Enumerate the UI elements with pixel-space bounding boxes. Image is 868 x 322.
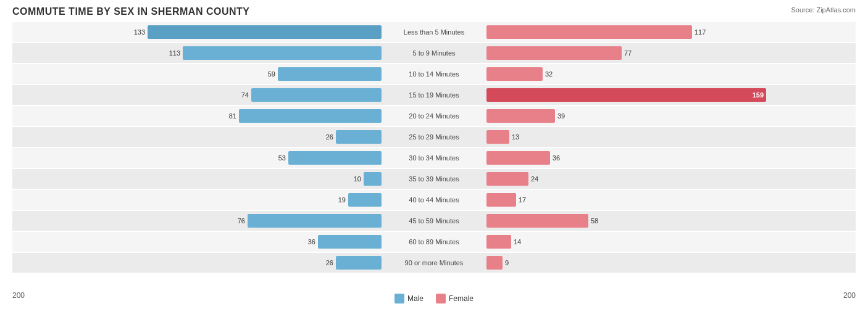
row-label: Less than 5 Minutes	[382, 28, 486, 36]
female-bar	[486, 109, 555, 123]
right-bar-area: 9	[486, 253, 856, 273]
table-row: 2690 or more Minutes9	[12, 253, 856, 273]
right-bar-area: 39	[486, 106, 856, 126]
male-value: 81	[222, 112, 236, 120]
legend-female: Female	[436, 294, 474, 303]
row-label: 60 to 89 Minutes	[382, 238, 486, 246]
male-bar	[248, 214, 382, 228]
source-label: Source: ZipAtlas.com	[791, 6, 856, 14]
legend: Male Female	[394, 294, 474, 303]
axis-left: 200	[12, 291, 25, 303]
row-label: 10 to 14 Minutes	[382, 70, 486, 78]
table-row: 1035 to 39 Minutes24	[12, 169, 856, 189]
left-bar-area: 76	[12, 211, 382, 231]
right-bar-area: 77	[486, 43, 856, 63]
table-row: 1940 to 44 Minutes17	[12, 190, 856, 210]
row-label: 20 to 24 Minutes	[382, 112, 486, 120]
female-bar	[486, 193, 516, 207]
female-bar	[486, 67, 543, 81]
right-bar-area: 159	[486, 85, 856, 105]
left-bar-area: 26	[12, 253, 382, 273]
female-bar	[486, 235, 511, 249]
right-bar-area: 17	[486, 190, 856, 210]
male-bar	[336, 256, 382, 270]
male-value: 133	[130, 28, 145, 36]
male-bar	[251, 88, 382, 102]
legend-female-color	[436, 294, 446, 303]
table-row: 2625 to 29 Minutes13	[12, 127, 856, 147]
table-row: 133Less than 5 Minutes117	[12, 22, 856, 42]
right-bar-area: 117	[486, 22, 856, 42]
row-label: 35 to 39 Minutes	[382, 175, 486, 183]
row-label: 15 to 19 Minutes	[382, 91, 486, 99]
male-bar	[148, 25, 382, 39]
left-bar-area: 53	[12, 148, 382, 168]
table-row: 5910 to 14 Minutes32	[12, 64, 856, 84]
female-bar	[486, 25, 692, 39]
male-value: 36	[301, 238, 315, 246]
axis-right: 200	[843, 291, 856, 303]
female-value: 36	[553, 154, 567, 162]
female-value: 77	[624, 49, 639, 57]
female-bar	[486, 172, 528, 186]
male-bar	[278, 67, 382, 81]
left-bar-area: 59	[12, 64, 382, 84]
male-value: 26	[319, 259, 333, 266]
left-bar-area: 133	[12, 22, 382, 42]
male-bar	[239, 109, 382, 123]
chart-area: 133Less than 5 Minutes1171135 to 9 Minut…	[12, 22, 856, 287]
row-label: 45 to 59 Minutes	[382, 217, 486, 225]
left-bar-area: 26	[12, 127, 382, 147]
left-bar-area: 36	[12, 232, 382, 252]
left-bar-area: 74	[12, 85, 382, 105]
right-bar-area: 32	[486, 64, 856, 84]
male-value: 76	[230, 217, 245, 225]
male-value: 19	[331, 196, 346, 204]
female-bar	[486, 214, 588, 228]
male-value: 113	[165, 49, 180, 57]
right-bar-area: 24	[486, 169, 856, 189]
male-value: 26	[319, 133, 333, 141]
right-bar-area: 36	[486, 148, 856, 168]
male-bar	[318, 235, 382, 249]
female-bar	[486, 256, 503, 270]
left-bar-area: 10	[12, 169, 382, 189]
male-bar	[336, 130, 382, 144]
row-label: 5 to 9 Minutes	[382, 49, 486, 57]
female-value: 14	[514, 238, 528, 246]
legend-male-label: Male	[407, 294, 424, 303]
row-label: 25 to 29 Minutes	[382, 133, 486, 141]
right-bar-area: 14	[486, 232, 856, 252]
female-value: 39	[557, 112, 572, 120]
female-value: 9	[505, 259, 520, 266]
legend-female-label: Female	[449, 294, 474, 303]
male-value: 59	[261, 70, 275, 78]
male-bar	[348, 193, 382, 207]
female-bar	[486, 151, 550, 165]
right-bar-area: 58	[486, 211, 856, 231]
row-label: 90 or more Minutes	[382, 259, 486, 266]
row-label: 30 to 34 Minutes	[382, 154, 486, 162]
row-label: 40 to 44 Minutes	[382, 196, 486, 204]
female-value: 32	[545, 70, 560, 78]
female-value: 17	[519, 196, 533, 204]
left-bar-area: 19	[12, 190, 382, 210]
female-value: 13	[512, 133, 527, 141]
female-bar: 159	[486, 88, 766, 102]
chart-container: COMMUTE TIME BY SEX IN SHERMAN COUNTY So…	[0, 0, 868, 322]
axis-labels: 200 Male Female 200	[12, 289, 856, 306]
male-bar	[288, 151, 382, 165]
table-row: 7645 to 59 Minutes58	[12, 211, 856, 231]
female-value: 58	[591, 217, 606, 225]
right-bar-area: 13	[486, 127, 856, 147]
female-value: 24	[531, 175, 546, 183]
female-bar	[486, 130, 509, 144]
male-bar	[183, 46, 382, 60]
female-bar	[486, 46, 622, 60]
legend-male: Male	[394, 294, 424, 303]
male-bar	[364, 172, 382, 186]
male-value: 74	[234, 91, 249, 99]
table-row: 3660 to 89 Minutes14	[12, 232, 856, 252]
table-row: 8120 to 24 Minutes39	[12, 106, 856, 126]
table-row: 5330 to 34 Minutes36	[12, 148, 856, 168]
